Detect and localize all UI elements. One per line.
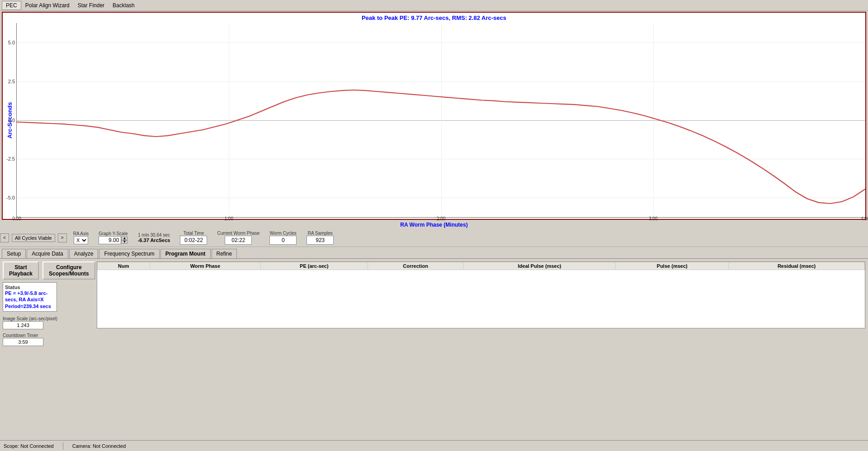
pe-chart-svg <box>17 23 865 217</box>
time-display-group: 1 min 30.64 sec -6.37 ArcSecs <box>138 233 170 243</box>
menu-pec[interactable]: PEC <box>2 1 21 10</box>
col-correction: Correction <box>368 262 463 270</box>
nav-next-btn[interactable]: > <box>58 233 67 242</box>
time-display: 1 min 30.64 sec <box>138 233 170 237</box>
col-worm-phase: Worm Phase <box>150 262 260 270</box>
chart-plot: 5.0 2.5 0.0 -2.5 -5.0 0:00 <box>16 23 865 218</box>
left-controls: Start Playback Configure Scopes/Mounts S… <box>3 261 93 328</box>
menu-backlash[interactable]: Backlash <box>108 1 139 10</box>
tab-bar: Setup Acquire Data Analyze Frequency Spe… <box>0 247 868 259</box>
nav-prev-btn[interactable]: < <box>0 233 9 242</box>
image-scale-label: Image Scale (arc-sec/pixel) <box>3 316 93 321</box>
ra-samples-group: RA Samples 923 <box>307 231 334 245</box>
graph-y-scale-input[interactable]: 9.00 <box>99 236 121 244</box>
x-tick-0: 0:00 <box>12 216 21 221</box>
chart-title: Peak to Peak PE: 9.77 Arc-secs, RMS: 2.8… <box>3 13 865 23</box>
configure-scopes-button[interactable]: Configure Scopes/Mounts <box>42 261 95 280</box>
worm-cycles-group: Worm Cycles 0 <box>269 231 297 245</box>
x-tick-4: 4:00 <box>861 216 868 221</box>
menu-star-finder[interactable]: Star Finder <box>74 1 108 10</box>
status-divider <box>63 442 63 450</box>
ra-samples-box: 923 <box>307 236 334 245</box>
tab-analyze[interactable]: Analyze <box>69 249 99 258</box>
col-residual: Residual (msec) <box>729 262 865 270</box>
tab-frequency-spectrum[interactable]: Frequency Spectrum <box>99 249 159 258</box>
total-time-group: Total Time 0:02-22 <box>180 231 207 245</box>
all-cycles-btn[interactable]: All Cycles Viable <box>12 234 55 242</box>
tab-refine[interactable]: Refine <box>212 249 237 258</box>
graph-y-scale-group: Graph Y-Scale 9.00 ▲ ▼ <box>99 231 128 244</box>
start-playback-button[interactable]: Start Playback <box>3 261 39 280</box>
total-time-value: -6.37 ArcSecs <box>138 237 170 243</box>
y-label-25: 2.5 <box>8 79 15 84</box>
ra-axis-label: RA Axis <box>73 231 89 236</box>
ra-axis-group: RA Axis X Y <box>73 231 89 244</box>
total-time-box: 0:02-22 <box>180 236 207 245</box>
nav-controls: < All Cycles Viable > RA Axis X Y Graph … <box>0 229 868 247</box>
camera-status: Camera: Not Connected <box>72 443 126 449</box>
tab-program-mount[interactable]: Program Mount <box>160 249 211 258</box>
worm-cycles-box: 0 <box>269 236 297 245</box>
y-label-5: 5.0 <box>8 40 15 45</box>
col-pulse: Pulse (msec) <box>616 262 729 270</box>
current-worm-group: Current Worm Phase 02:22 <box>217 231 259 245</box>
x-ticks-container: 0:00 1:00 2:00 3:00 4:00 <box>17 216 865 225</box>
x-tick-1: 1:00 <box>225 216 233 221</box>
graph-y-scale-label: Graph Y-Scale <box>99 231 128 236</box>
countdown-input[interactable]: 3:59 <box>3 338 43 346</box>
data-table-area: Num Worm Phase PE (arc-sec) Correction I… <box>97 261 865 328</box>
status-text: PE = +3.9/-5.8 arc-secs, RA Axis=X Perio… <box>5 290 55 309</box>
y-label-n25: -2.5 <box>6 156 15 161</box>
table-header-row: Num Worm Phase PE (arc-sec) Correction I… <box>98 262 865 270</box>
col-pe: PE (arc-sec) <box>261 262 368 270</box>
status-bar: Scope: Not Connected Camera: Not Connect… <box>0 440 868 451</box>
tab-acquire-data[interactable]: Acquire Data <box>27 249 68 258</box>
menu-polar-align[interactable]: Polar Align Wizard <box>21 1 74 10</box>
col-num: Num <box>98 262 150 270</box>
ra-samples-label: RA Samples <box>308 231 333 236</box>
chart-container: Peak to Peak PE: 9.77 Arc-secs, RMS: 2.8… <box>2 12 866 220</box>
col-ideal-pulse: Ideal Pulse (msec) <box>463 262 616 270</box>
status-title: Status <box>5 285 55 290</box>
chart-area: Arc-Seconds 5.0 2.5 0.0 -2.5 -5.0 <box>3 23 865 218</box>
data-table: Num Worm Phase PE (arc-sec) Correction I… <box>97 262 865 270</box>
buttons-row: Start Playback Configure Scopes/Mounts <box>3 261 93 280</box>
tab-setup[interactable]: Setup <box>2 249 26 258</box>
y-label-n5: -5.0 <box>6 195 15 200</box>
x-tick-3: 3:00 <box>649 216 657 221</box>
spinner-buttons: ▲ ▼ <box>121 237 127 244</box>
status-box: Status PE = +3.9/-5.8 arc-secs, RA Axis=… <box>3 282 57 312</box>
countdown-label: Countdown Timer <box>3 333 93 338</box>
scope-status: Scope: Not Connected <box>4 443 54 449</box>
spinner-down[interactable]: ▼ <box>121 240 127 244</box>
x-tick-2: 2:00 <box>437 216 445 221</box>
y-label-0: 0.0 <box>8 118 15 123</box>
program-mount-panel: Start Playback Configure Scopes/Mounts S… <box>0 259 868 331</box>
total-time-label: Total Time <box>184 231 204 236</box>
countdown-group: Countdown Timer 3:59 <box>3 332 93 346</box>
current-worm-label: Current Worm Phase <box>217 231 259 236</box>
current-worm-box: 02:22 <box>225 236 252 245</box>
image-scale-input[interactable]: 1.243 <box>3 321 43 329</box>
ra-axis-select[interactable]: X Y <box>74 236 88 244</box>
worm-cycles-label: Worm Cycles <box>270 231 297 236</box>
menubar: PEC Polar Align Wizard Star Finder Backl… <box>0 0 868 11</box>
image-scale-group: Image Scale (arc-sec/pixel) 1.243 <box>3 314 93 329</box>
